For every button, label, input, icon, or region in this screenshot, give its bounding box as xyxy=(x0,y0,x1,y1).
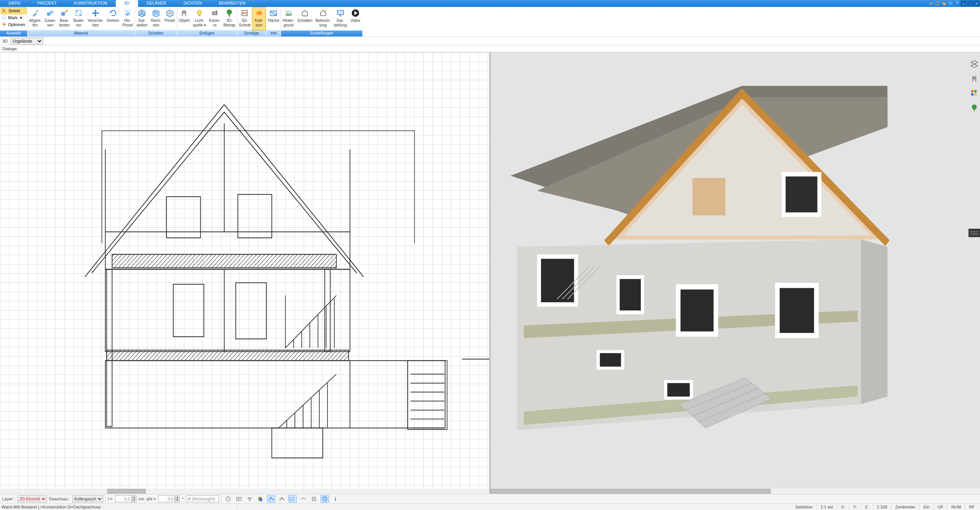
floor-select[interactable]: Kellergesch xyxy=(72,495,103,502)
layer-label: Layer : xyxy=(2,497,15,501)
side-panel-handle[interactable] xyxy=(968,229,980,237)
status-num: NUM xyxy=(947,503,965,510)
selcol-mark[interactable]: Mark. ▾ xyxy=(1,14,26,21)
status-info: Wand AW-Bestand L=Konstruktion G=Dachges… xyxy=(0,503,238,510)
menu-tab-projekt[interactable]: PROJEKT xyxy=(29,0,66,7)
snap2-icon[interactable] xyxy=(278,495,286,503)
ribbon-pinsel[interactable]: Pinsel xyxy=(163,7,177,30)
svg-rect-111 xyxy=(974,90,977,92)
ribbon-flche[interactable]: Fläche xyxy=(266,7,281,30)
terrain-select[interactable]: Urgelände xyxy=(11,38,43,45)
paste-icon[interactable] xyxy=(256,495,265,503)
ribbon-group-material: Abgrei-fenZuwei-senBear-beitenSkalie-ren… xyxy=(28,7,135,36)
ribbon-group-einfügen: ObjektLicht-quelle ▾Kame-ra3D-BitmapEinf… xyxy=(177,7,237,36)
svg-rect-83 xyxy=(692,178,725,216)
ribbon-hintergrund[interactable]: Hinter-grund xyxy=(281,7,296,30)
svg-rect-126 xyxy=(335,497,336,498)
camera-icon xyxy=(210,8,219,18)
cube-calc-icon: fx xyxy=(151,8,161,18)
view-3d[interactable] xyxy=(491,52,980,494)
ribbon-kamera[interactable]: Kame-ra xyxy=(207,7,222,30)
layer-select[interactable]: 2D Einricht xyxy=(18,495,47,502)
window-close-button[interactable]: × xyxy=(973,0,980,7)
ribbon-caption: Material xyxy=(28,30,135,36)
scroll-3d[interactable] xyxy=(491,489,980,494)
svg-text:N: N xyxy=(323,496,326,501)
menu-tab-bearbeiten[interactable]: BEARBEITEN xyxy=(210,0,254,7)
brush-bg-icon xyxy=(123,8,132,18)
ribbon-rechnen[interactable]: fxRech-nen xyxy=(149,7,163,30)
ribbon-darstellen[interactable]: Dar-stellen xyxy=(135,7,149,30)
menu-tab-3d[interactable]: 3D xyxy=(116,0,138,7)
svg-rect-127 xyxy=(335,498,336,501)
menu-tab-gelände[interactable]: GELÄNDE xyxy=(138,0,175,7)
ribbon-darstellung[interactable]: Dar-stellung xyxy=(332,7,348,30)
phi-spinner[interactable]: ▲▼ xyxy=(175,495,179,502)
ribbon-beleuchtung[interactable]: Beleuch-tung xyxy=(314,7,332,30)
surface-icon xyxy=(269,8,278,18)
side-plants-button[interactable] xyxy=(969,103,979,113)
menu-tab-sichten[interactable]: SICHTEN xyxy=(175,0,210,7)
phi-input[interactable] xyxy=(158,495,175,502)
titlebar-help-icon[interactable]: ? xyxy=(954,0,960,7)
svg-point-118 xyxy=(248,497,249,499)
ribbon-skalieren[interactable]: Skalie-ren xyxy=(71,7,86,30)
svg-rect-54 xyxy=(105,361,445,428)
titlebar-layers-icon[interactable] xyxy=(941,0,947,7)
clock-icon[interactable] xyxy=(224,495,232,503)
length-input[interactable] xyxy=(115,495,132,502)
ribbon-zuweisen[interactable]: Zuwei-sen xyxy=(43,7,58,30)
ribbon-verschieben[interactable]: Verschie-ben xyxy=(86,7,105,30)
ribbon-drehen[interactable]: Drehen xyxy=(105,7,121,30)
lighting-icon xyxy=(319,8,328,18)
svg-marker-85 xyxy=(861,239,888,404)
snap4-icon[interactable] xyxy=(299,495,307,503)
ribbon-dbitmap[interactable]: 3D-Bitmap xyxy=(222,7,237,30)
menu-tab-datei[interactable]: DATEI xyxy=(0,0,29,7)
group-icon[interactable] xyxy=(245,495,254,503)
ribbon-caption: Einstellungen xyxy=(281,30,362,36)
titlebar-restore-icon[interactable] xyxy=(947,0,954,7)
svg-rect-75 xyxy=(325,269,330,352)
snap3-icon[interactable] xyxy=(288,495,297,503)
side-palette-button[interactable] xyxy=(969,88,979,98)
side-objects-button[interactable] xyxy=(969,74,979,84)
status-rf: RF xyxy=(965,503,978,510)
ribbon-hinpinsel[interactable]: Hin.Pinsel xyxy=(121,7,135,30)
gridview-icon[interactable] xyxy=(310,495,318,503)
cube-brush-icon xyxy=(165,8,174,18)
selcol-selekt[interactable]: Selekt xyxy=(1,7,26,14)
north-icon[interactable]: N xyxy=(321,495,329,503)
snap1-icon[interactable] xyxy=(267,495,275,503)
ribbon-objekt[interactable]: Objekt xyxy=(177,7,191,30)
svg-rect-89 xyxy=(541,259,574,302)
svg-rect-2 xyxy=(943,3,945,5)
svg-rect-14 xyxy=(182,13,183,16)
window-maximize-button[interactable]: ▫ xyxy=(967,0,973,7)
display-icon xyxy=(336,8,345,18)
bulb-icon xyxy=(195,8,204,18)
titlebar-window-icon[interactable] xyxy=(934,0,941,7)
svg-rect-109 xyxy=(975,79,976,82)
ribbon-abgreifen[interactable]: Abgrei-fen xyxy=(28,7,43,30)
rotate-icon xyxy=(109,8,118,18)
direction-input[interactable] xyxy=(186,495,219,502)
selcol-optionen[interactable]: Optionen xyxy=(1,21,26,28)
svg-rect-123 xyxy=(289,498,294,500)
ribbon-schatten[interactable]: Schatten xyxy=(296,7,314,30)
side-layers-button[interactable] xyxy=(969,59,979,69)
titlebar-tools-icon[interactable] xyxy=(928,0,934,7)
info-icon[interactable] xyxy=(331,495,340,503)
ribbon-lichtquelle[interactable]: Licht-quelle ▾ xyxy=(191,7,207,30)
status-mode: Selektion xyxy=(791,503,817,510)
ribbon-kollision[interactable]: Kolli-sion xyxy=(252,7,266,30)
ribbon-dschnitt[interactable]: 3D-Schnitt xyxy=(237,7,252,30)
animate-icon[interactable] xyxy=(235,495,243,503)
view-2d-section[interactable] xyxy=(0,52,489,494)
ribbon-video[interactable]: Video xyxy=(349,7,362,30)
menu-tab-konstruktion[interactable]: KONSTRUKTION xyxy=(65,0,115,7)
length-spinner[interactable]: ▲▼ xyxy=(132,495,136,502)
ribbon-bearbeiten[interactable]: Bear-beiten xyxy=(58,7,71,30)
window-minimize-button[interactable]: ‒ xyxy=(960,0,967,7)
scroll-2d[interactable] xyxy=(0,489,489,494)
